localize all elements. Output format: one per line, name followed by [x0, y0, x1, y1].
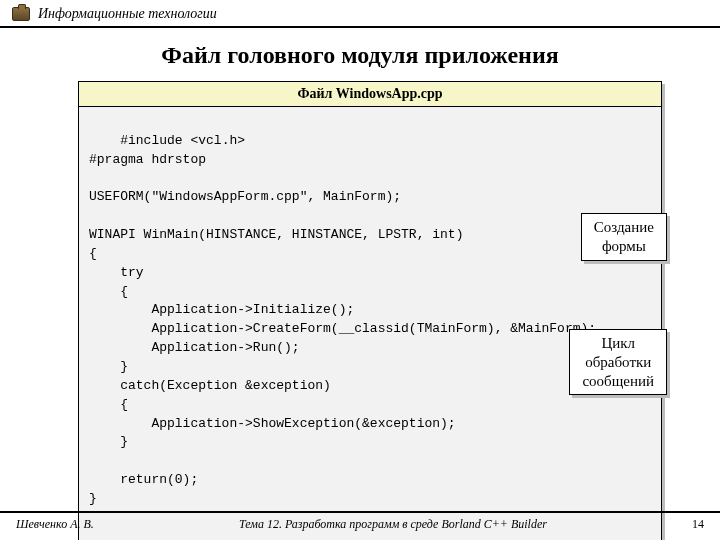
- code-caption: Файл WindowsApp.cpp: [79, 82, 661, 107]
- header-bar: Информационные технологии: [0, 0, 720, 28]
- course-title: Информационные технологии: [38, 6, 217, 22]
- page-title: Файл головного модуля приложения: [0, 42, 720, 69]
- annotation-message-loop: Цикл обработки сообщений: [569, 329, 667, 395]
- footer-topic: Тема 12. Разработка программ в среде Bor…: [94, 517, 692, 532]
- briefcase-icon: [12, 7, 30, 21]
- code-frame: Файл WindowsApp.cpp #include <vcl.h> #pr…: [78, 81, 662, 540]
- footer-author: Шевченко А. В.: [16, 517, 94, 532]
- footer-page-number: 14: [692, 517, 704, 532]
- annotation-create-form: Создание формы: [581, 213, 667, 261]
- code-text: #include <vcl.h> #pragma hdrstop USEFORM…: [89, 133, 596, 506]
- code-body: #include <vcl.h> #pragma hdrstop USEFORM…: [79, 107, 661, 540]
- footer: Шевченко А. В. Тема 12. Разработка прогр…: [0, 511, 720, 532]
